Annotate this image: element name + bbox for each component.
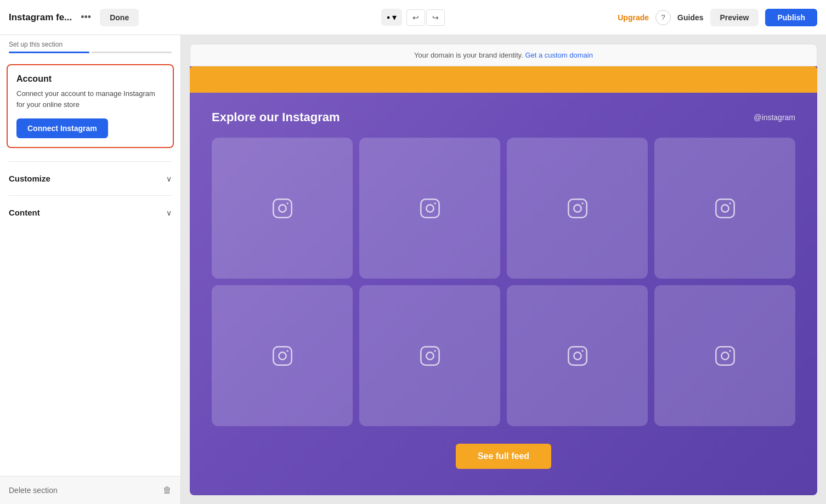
top-header: Instagram fe... ••• Done ▪ ▾ ↩ ↪ Upgrade… [0, 0, 826, 35]
account-card: Account Connect your account to manage I… [7, 64, 174, 148]
setup-progress [0, 52, 180, 60]
svg-point-13 [279, 352, 286, 359]
orange-bar [190, 66, 817, 93]
main-layout: Set up this section Account Connect your… [0, 35, 826, 504]
instagram-cell-4 [654, 138, 795, 279]
instagram-icon-8 [714, 345, 736, 367]
instagram-cell-7 [507, 285, 648, 426]
svg-rect-3 [421, 199, 439, 217]
more-button[interactable]: ••• [76, 9, 95, 25]
divider-2 [9, 195, 172, 196]
instagram-section-title: Explore our Instagram [212, 110, 340, 124]
instagram-cell-2 [359, 138, 500, 279]
header-center: ▪ ▾ ↩ ↪ [381, 9, 445, 26]
instagram-grid [212, 138, 795, 426]
content-chevron: ∨ [166, 208, 172, 217]
connect-instagram-button[interactable]: Connect Instagram [16, 118, 108, 138]
undo-button[interactable]: ↩ [406, 9, 425, 26]
instagram-cell-3 [507, 138, 648, 279]
header-right: Upgrade ? Guides Preview Publish [451, 9, 817, 26]
svg-point-8 [581, 202, 583, 204]
undo-redo-group: ↩ ↪ [406, 9, 445, 26]
setup-label: Set up this section [0, 35, 180, 52]
publish-button[interactable]: Publish [765, 9, 817, 26]
instagram-cell-8 [654, 285, 795, 426]
trash-icon[interactable]: 🗑 [163, 485, 172, 495]
svg-point-17 [434, 350, 435, 352]
preview-button[interactable]: Preview [710, 9, 759, 26]
svg-point-2 [286, 202, 288, 204]
svg-point-23 [729, 350, 731, 352]
instagram-preview: Explore our Instagram @instagram [190, 66, 817, 495]
progress-bar-1 [9, 52, 89, 53]
sidebar-footer: Delete section 🗑 [0, 476, 180, 504]
svg-point-7 [574, 205, 581, 212]
instagram-cell-6 [359, 285, 500, 426]
page-title-area: Instagram fe... ••• Done [9, 9, 375, 26]
svg-point-20 [581, 350, 583, 352]
domain-banner: Your domain is your brand identity. Get … [190, 44, 817, 66]
svg-point-4 [426, 205, 433, 212]
instagram-handle: @instagram [754, 113, 795, 122]
instagram-cell-1 [212, 138, 353, 279]
svg-point-16 [426, 352, 433, 359]
svg-rect-15 [421, 347, 439, 365]
customize-label: Customize [9, 174, 50, 183]
content-section[interactable]: Content ∨ [0, 200, 180, 225]
instagram-header: Explore our Instagram @instagram [212, 110, 795, 124]
delete-section-label: Delete section [9, 486, 58, 495]
device-icon: ▪ [387, 13, 390, 22]
svg-point-19 [574, 352, 581, 359]
instagram-icon-4 [714, 197, 736, 219]
svg-rect-6 [568, 199, 586, 217]
svg-point-14 [286, 350, 288, 352]
account-card-title: Account [16, 74, 164, 84]
see-full-feed-button[interactable]: See full feed [456, 444, 551, 469]
svg-rect-21 [716, 347, 734, 365]
svg-point-22 [721, 352, 728, 359]
get-custom-domain-link[interactable]: Get a custom domain [525, 51, 593, 59]
instagram-cell-5 [212, 285, 353, 426]
instagram-icon-3 [567, 197, 589, 219]
page-title: Instagram fe... [9, 12, 72, 23]
content-label: Content [9, 208, 40, 217]
instagram-icon-5 [271, 345, 293, 367]
customize-section[interactable]: Customize ∨ [0, 166, 180, 191]
device-selector[interactable]: ▪ ▾ [381, 9, 402, 26]
account-card-description: Connect your account to manage Instagram… [16, 88, 164, 110]
help-button[interactable]: ? [655, 10, 671, 25]
redo-button[interactable]: ↪ [426, 9, 445, 26]
dropdown-icon: ▾ [392, 12, 397, 22]
divider-1 [9, 161, 172, 162]
svg-rect-0 [273, 199, 291, 217]
upgrade-link[interactable]: Upgrade [618, 13, 649, 22]
svg-rect-18 [568, 347, 586, 365]
svg-point-10 [721, 205, 728, 212]
content-area: Your domain is your brand identity. Get … [181, 35, 826, 504]
svg-rect-9 [716, 199, 734, 217]
instagram-icon-7 [567, 345, 589, 367]
instagram-icon-6 [419, 345, 441, 367]
progress-bar-2 [92, 52, 172, 53]
svg-point-1 [279, 205, 286, 212]
customize-chevron: ∨ [166, 174, 172, 183]
svg-rect-12 [273, 347, 291, 365]
svg-point-11 [729, 202, 731, 204]
guides-button[interactable]: Guides [677, 13, 703, 22]
svg-point-5 [434, 202, 435, 204]
instagram-icon-1 [271, 197, 293, 219]
done-button[interactable]: Done [100, 9, 139, 26]
instagram-icon-2 [419, 197, 441, 219]
domain-banner-text: Your domain is your brand identity. [414, 51, 523, 59]
sidebar: Set up this section Account Connect your… [0, 35, 181, 504]
